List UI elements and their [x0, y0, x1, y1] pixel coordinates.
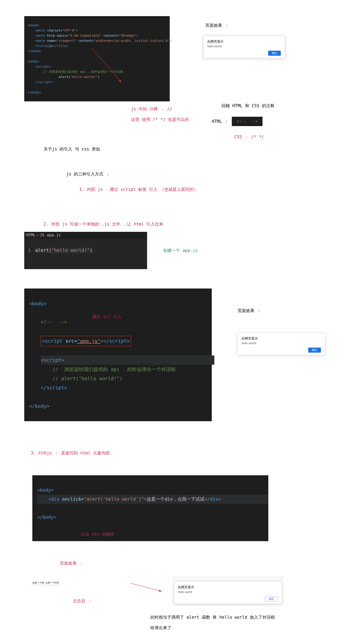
- code-block-head: <head> <meta charset="UTF-8"> <meta http…: [24, 16, 170, 102]
- label-after-click: 点击后 ：: [73, 598, 121, 604]
- explain-2: 给弹出来了: [150, 625, 330, 630]
- code-line: <script>: [28, 64, 51, 68]
- dialog-msg: hello world: [178, 590, 278, 594]
- code-line: <head>: [28, 23, 39, 27]
- code-block-inline: <body> <div onclick="alert('hello world'…: [32, 475, 268, 541]
- code-line: <body>: [28, 60, 39, 63]
- label-css-comment: CSS ： /* */: [234, 134, 330, 140]
- label-page-effect-3: 页面效果 ：: [60, 560, 330, 566]
- line-number: 1: [24, 247, 34, 254]
- note-js-comment-1: js 中的 注释 ： //: [131, 106, 202, 112]
- code-line: </body>: [29, 403, 50, 409]
- label-html: HTML ：: [212, 119, 229, 124]
- breadcrumb-file: app.js: [47, 233, 61, 237]
- way-1: 1. 内部 js ：通过 script 标签 引入 （也就是上面写的）: [79, 187, 330, 192]
- code-line: <meta http-equiv="X-UA-Compatible" conte…: [28, 34, 138, 38]
- label-page-effect-2: 页面效果 ：: [238, 308, 330, 314]
- code-line: <body>: [29, 301, 47, 306]
- breadcrumb: HTML>JS app.js: [24, 232, 147, 238]
- dialog-1: 此网页显示 hello world! 确定: [203, 36, 285, 58]
- code-line: <script>: [41, 357, 64, 363]
- code-line: <title>js</title>: [28, 44, 68, 48]
- label-create-app: 创建一个 app.js: [163, 248, 198, 253]
- note-js-comment-2: 这里 使用 /* */ 也是可以的: [131, 117, 202, 122]
- dialog-ok-button[interactable]: 确定: [308, 348, 321, 352]
- code-comment: // alert("hello world!"): [53, 376, 122, 381]
- explain-1: 此时相当于调用了 alert 函数 将 hello world 放入了对话框: [150, 614, 330, 620]
- note-via-src: 通过 src 引入: [92, 313, 122, 321]
- demo-div-text[interactable]: 这是一个div, 点我一下试试: [31, 581, 61, 585]
- html-comment-sample: <!-- -->: [232, 117, 263, 126]
- dialog-title: 此网页显示: [242, 336, 321, 341]
- code-block-body-src: <body> <!-- --> 通过 src 引入 <script src="a…: [24, 288, 212, 421]
- breadcrumb-icon: JS: [40, 233, 45, 237]
- code-comment: <!-- -->: [41, 319, 67, 325]
- code-line: alert("hello world!"): [28, 75, 100, 79]
- dialog-title: 此网页显示: [207, 40, 281, 44]
- code-comment: // 浏览器给我们提供的 api ，此时会弹出一个对话框: [53, 366, 176, 372]
- code-line: <meta name="viewport" content="width=dev…: [28, 39, 171, 42]
- label-review-comment: 回顾 HTML 和 CSS 的注释: [222, 103, 330, 109]
- code-line: </script>: [41, 385, 67, 390]
- code-app-js: 1alert("hello world!"): [24, 238, 147, 262]
- label-page-effect-1: 页面效果 ：: [205, 22, 330, 28]
- code-comment: // 浏览器给我们提供的 api ，此时会弹出一个对话框: [28, 70, 123, 74]
- note-click-div: 点击 div 后触发: [81, 530, 114, 538]
- code-line: </script>: [28, 80, 53, 84]
- code-line: </body>: [37, 514, 56, 520]
- code-line: <meta charset="UTF-8">: [28, 28, 78, 32]
- code-line: </head>: [28, 49, 41, 53]
- breadcrumb-folder: HTML: [26, 233, 36, 237]
- highlighted-script-src: <script src="app.js"></script>: [41, 336, 131, 346]
- code-line: </body>: [28, 90, 41, 94]
- dialog-title: 此网页显示: [178, 585, 278, 590]
- code-line: <body>: [37, 488, 54, 493]
- dialog-ok-button[interactable]: 确定: [268, 51, 281, 56]
- way-3: 3. 行内js ： 直接写到 html 元素内部: [31, 450, 330, 456]
- dialog-msg: hello world!: [242, 342, 321, 345]
- dialog-2: 此网页显示 hello world! 确定: [238, 333, 325, 355]
- code-line: <div onclick="alert('hello world')">这是一个…: [37, 495, 268, 504]
- label-js-import: 关于js 的引入 与 css 类似: [44, 146, 330, 152]
- label-three-ways: js 的三种引入方式 ：: [66, 171, 330, 177]
- svg-line-1: [131, 583, 162, 591]
- dialog-ok-button[interactable]: 确定: [265, 596, 278, 602]
- dialog-3: 此网页显示 hello world 确定: [174, 582, 282, 604]
- dialog-msg: hello world!: [207, 45, 281, 48]
- way-2: 2. 外部 js 写成一个单独的 .js 文件 ，让 html 引入过来: [44, 221, 330, 227]
